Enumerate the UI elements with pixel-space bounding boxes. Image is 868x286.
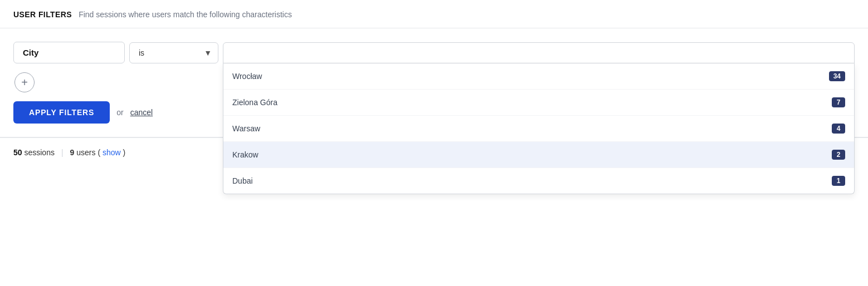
sessions-stat: 50 sessions [13,148,55,157]
users-paren-close: ) [123,148,126,157]
dropdown-item-label: Wrocław [232,72,262,81]
filters-section: isis notcontainsdoes not contain ▼ Wrocł… [0,28,868,137]
dropdown-item-label: Krakow [232,150,259,159]
operator-select[interactable]: isis notcontainsdoes not contain [129,42,218,63]
dropdown-item[interactable]: Zielona Góra7 [223,90,854,116]
dropdown-item-count: 1 [832,176,845,186]
dropdown-item-label: Zielona Góra [232,98,277,107]
dropdown-item-label: Dubai [232,176,253,185]
dropdown-item-label: Warsaw [232,124,260,133]
stats-divider: | [61,148,64,157]
users-label: users ( [76,148,100,157]
value-input[interactable] [223,42,855,63]
cancel-button[interactable]: cancel [130,108,153,117]
value-input-wrapper: Wrocław34Zielona Góra7Warsaw4Krakow2Duba… [223,42,855,63]
dropdown-item-count: 34 [829,71,845,81]
dropdown-item[interactable]: Warsaw4 [223,116,854,142]
header-title: USER FILTERS [13,10,72,19]
dropdown-item[interactable]: Dubai1 [223,168,854,194]
add-filter-button[interactable]: + [14,72,35,92]
dropdown-list: Wrocław34Zielona Góra7Warsaw4Krakow2Duba… [223,63,855,194]
dropdown-item-count: 2 [832,150,845,160]
operator-wrapper: isis notcontainsdoes not contain ▼ [129,42,218,63]
dropdown-item-count: 7 [832,97,845,107]
filter-row: isis notcontainsdoes not contain ▼ Wrocł… [13,42,855,63]
users-count: 9 [70,148,75,157]
field-selector[interactable] [13,42,125,63]
sessions-label: sessions [24,148,54,157]
apply-filters-button[interactable]: APPLY FILTERS [13,101,110,124]
dropdown-item[interactable]: Krakow2 [223,142,854,168]
header-section: USER FILTERS Find sessions where users m… [0,0,868,28]
dropdown-item-count: 4 [832,124,845,134]
or-text: or [116,108,123,117]
sessions-count: 50 [13,148,22,157]
dropdown-item[interactable]: Wrocław34 [223,63,854,90]
page-container: USER FILTERS Find sessions where users m… [0,0,868,286]
show-users-link[interactable]: show [103,148,121,157]
header-subtitle: Find sessions where users match the foll… [79,10,292,19]
users-stat: 9 users ( show ) [70,148,126,157]
plus-icon: + [21,76,28,89]
